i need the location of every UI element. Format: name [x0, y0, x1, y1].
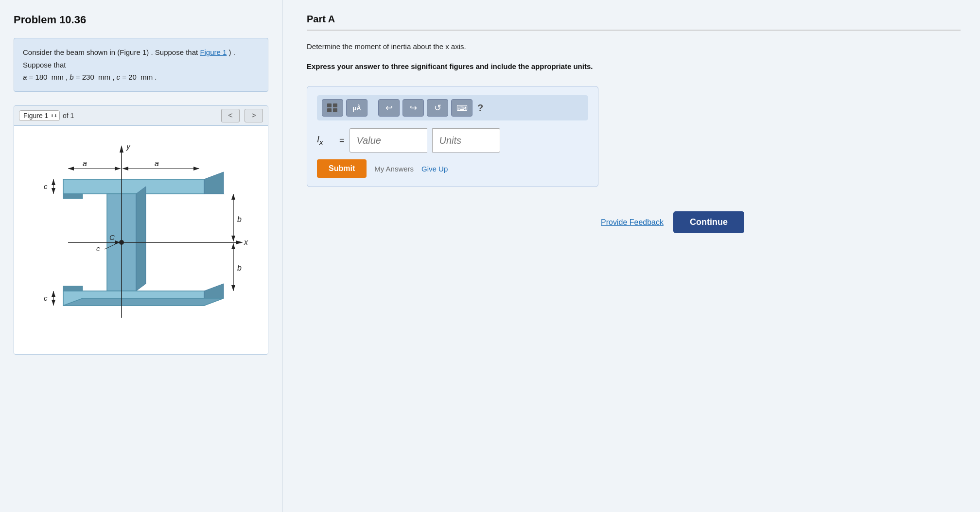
answer-box: μÅ ↩ ↪ ↺ ⌨ ?: [307, 86, 598, 187]
matrix-icon: [327, 103, 338, 113]
svg-marker-2: [63, 194, 83, 199]
answer-row: Ix =: [317, 128, 588, 153]
svg-marker-38: [52, 179, 55, 185]
my-answers-text: My Answers: [374, 165, 414, 173]
svg-text:y: y: [126, 142, 131, 151]
svg-text:a: a: [83, 159, 87, 168]
params-text: a = 180 mm , b = 230 mm , c = 20 mm .: [23, 73, 157, 81]
units-button[interactable]: μÅ: [346, 99, 368, 117]
svg-marker-31: [231, 236, 235, 241]
left-panel: Problem 10.36 Consider the beam shown in…: [0, 0, 282, 512]
answer-label: Ix: [317, 135, 334, 146]
answer-actions: Submit My Answers Give Up: [317, 159, 588, 178]
description-text: Consider the beam shown in (Figure 1) . …: [23, 48, 198, 56]
undo-button[interactable]: ↩: [378, 99, 400, 117]
feedback-row: Provide Feedback Continue: [307, 211, 744, 233]
svg-marker-14: [236, 240, 243, 244]
svg-marker-34: [231, 243, 235, 249]
svg-marker-35: [231, 285, 235, 291]
svg-text:b: b: [237, 215, 242, 223]
svg-rect-46: [333, 103, 337, 107]
svg-text:C: C: [109, 233, 115, 241]
units-btn-label: μÅ: [352, 104, 361, 112]
figure-link[interactable]: Figure 1: [200, 48, 227, 56]
part-instruction: Express your answer to three significant…: [307, 62, 961, 70]
answer-equals: =: [339, 136, 345, 146]
description-main: Determine the moment of inertia about th…: [307, 42, 466, 51]
svg-marker-22: [68, 167, 74, 171]
svg-marker-26: [122, 167, 128, 171]
provide-feedback-link[interactable]: Provide Feedback: [601, 218, 664, 227]
svg-rect-45: [327, 103, 332, 107]
svg-text:a: a: [155, 159, 159, 168]
svg-marker-8: [63, 298, 224, 306]
figure-of: of 1: [63, 112, 74, 119]
keyboard-icon: ⌨: [456, 103, 468, 113]
svg-text:c: c: [96, 244, 100, 253]
help-button[interactable]: ?: [477, 102, 483, 114]
value-input[interactable]: [350, 128, 427, 153]
figure-content: y x C c a: [14, 126, 268, 354]
figure-box: Figure 1 of 1 < >: [14, 105, 268, 355]
right-panel: Part A Determine the moment of inertia a…: [282, 0, 980, 512]
redo-button[interactable]: ↪: [402, 99, 424, 117]
part-description: Determine the moment of inertia about th…: [307, 42, 961, 51]
figure-select[interactable]: Figure 1: [19, 110, 60, 121]
svg-marker-30: [231, 194, 235, 200]
submit-button[interactable]: Submit: [317, 159, 367, 178]
problem-title: Problem 10.36: [14, 14, 268, 26]
svg-marker-39: [52, 188, 55, 194]
figure-header: Figure 1 of 1 < >: [14, 106, 268, 126]
svg-rect-1: [63, 179, 204, 194]
svg-marker-4: [136, 187, 146, 291]
svg-marker-23: [115, 167, 121, 171]
give-up-link[interactable]: Give Up: [421, 165, 448, 173]
continue-button[interactable]: Continue: [673, 211, 744, 233]
matrix-button[interactable]: [322, 99, 343, 117]
redo-icon: ↪: [410, 102, 417, 113]
part-title: Part A: [307, 14, 961, 31]
svg-marker-42: [52, 291, 55, 297]
units-input[interactable]: [432, 128, 500, 153]
svg-rect-48: [333, 108, 337, 112]
svg-marker-9: [204, 172, 224, 194]
refresh-icon: ↺: [434, 102, 441, 113]
svg-marker-43: [52, 300, 55, 306]
svg-text:c: c: [44, 294, 48, 302]
keyboard-button[interactable]: ⌨: [451, 99, 472, 117]
undo-icon: ↩: [385, 102, 393, 113]
svg-text:x: x: [244, 238, 248, 246]
beam-diagram: y x C c a: [19, 131, 262, 349]
svg-marker-11: [120, 145, 123, 153]
figure-select-wrapper[interactable]: Figure 1: [19, 110, 60, 121]
svg-text:b: b: [237, 264, 242, 272]
figure-prev-button[interactable]: <: [221, 109, 240, 122]
figure-next-button[interactable]: >: [245, 109, 263, 122]
refresh-button[interactable]: ↺: [427, 99, 448, 117]
svg-text:c: c: [44, 182, 48, 190]
answer-toolbar: μÅ ↩ ↪ ↺ ⌨ ?: [317, 95, 588, 120]
help-icon: ?: [477, 102, 483, 113]
svg-rect-47: [327, 108, 332, 112]
problem-description: Consider the beam shown in (Figure 1) . …: [14, 38, 268, 92]
svg-marker-27: [193, 167, 199, 171]
svg-marker-6: [63, 286, 83, 291]
